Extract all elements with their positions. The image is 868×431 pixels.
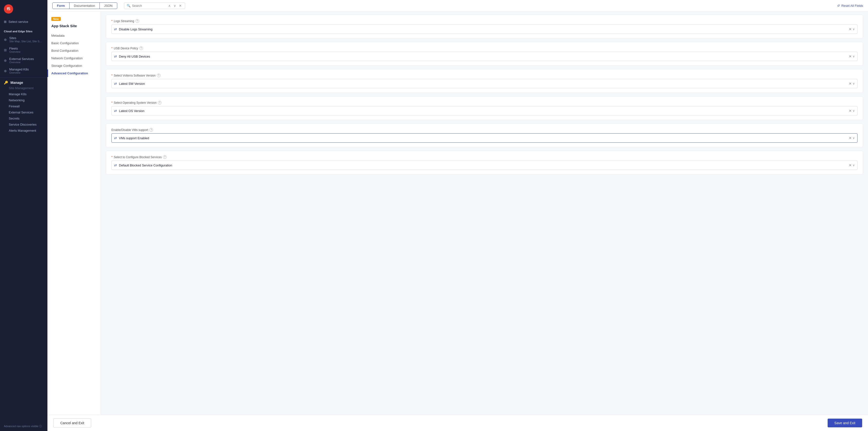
field-select-os-version[interactable]: ⇄ Latest OS Version ✕ ∨ [112, 106, 858, 115]
step-network-config[interactable]: Network Configuration [48, 55, 101, 62]
logs-streaming-clear-button[interactable]: ✕ [849, 27, 852, 31]
logs-streaming-value: Disable Logs Streaming [119, 28, 847, 31]
sidebar-section-title: Cloud and Edge Sites [0, 28, 48, 34]
main-area: Form Documentation JSON 🔍 ∧ ∨ ✕ ↺ Reset … [48, 0, 868, 431]
step-bond-config[interactable]: Bond Configuration [48, 47, 101, 55]
blocked-services-clear-button[interactable]: ✕ [849, 163, 852, 167]
os-version-dropdown-button[interactable]: ∨ [853, 109, 855, 112]
content-layout: New App Stack Site Metadata Basic Config… [48, 12, 868, 415]
tab-documentation[interactable]: Documentation [69, 3, 99, 9]
field-select-usb-device-policy[interactable]: ⇄ Deny All USB Devices ✕ ∨ [112, 52, 858, 61]
tab-form[interactable]: Form [53, 3, 69, 9]
help-icon-logs-streaming[interactable]: ? [135, 19, 139, 23]
tab-json[interactable]: JSON [99, 3, 117, 9]
search-up-button[interactable]: ∧ [167, 4, 172, 7]
blocked-services-dropdown-button[interactable]: ∨ [853, 164, 855, 167]
sidebar-submenu-external-services[interactable]: External Services [0, 109, 48, 115]
blocked-services-value: Default Blocked Service Configuration [119, 164, 847, 167]
select-arrows-icon: ⇄ [114, 27, 117, 31]
field-select-blocked-services[interactable]: ⇄ Default Blocked Service Configuration … [112, 161, 858, 170]
help-icon-usb-device-policy[interactable]: ? [140, 46, 143, 50]
field-label-volterra-sw-version: * Select Volterra Software Version ? [112, 74, 858, 77]
sidebar-item-fleets[interactable]: ⊞ Fleets Overview [0, 45, 48, 55]
select-service-item[interactable]: ⊞ Select service [0, 18, 48, 28]
volterra-sw-value: Latest SW Version [119, 82, 847, 86]
external-services-label: External Services [9, 57, 34, 61]
managed-k8s-sublabel: Overview [9, 71, 29, 74]
fleets-sublabel: Overview [9, 50, 21, 53]
bottom-bar: Cancel and Exit Save and Exit [48, 415, 868, 431]
search-close-button[interactable]: ✕ [178, 4, 182, 7]
manage-section-title: 🔑 Manage [0, 79, 48, 85]
select-service-label: Select service [8, 20, 28, 24]
sidebar-submenu-alerts-management[interactable]: Alerts Management [0, 128, 48, 134]
select-arrows-icon-vms: ⇄ [114, 136, 117, 140]
sidebar-item-sites[interactable]: ⊕ Sites Site Map, Site List, Site S... [0, 34, 48, 45]
logs-streaming-dropdown-button[interactable]: ∨ [853, 28, 855, 31]
save-exit-button[interactable]: Save and Exit [828, 419, 862, 427]
vms-support-clear-button[interactable]: ✕ [849, 136, 852, 140]
sidebar-submenu-firewall[interactable]: Firewall [0, 103, 48, 109]
form-section-os-version: * Select Operating System Version ? ⇄ La… [106, 96, 863, 120]
help-icon-os-version[interactable]: ? [158, 101, 161, 104]
reset-icon: ↺ [837, 4, 840, 7]
step-advanced-config[interactable]: Advanced Configuration [48, 69, 101, 77]
volterra-sw-dropdown-button[interactable]: ∨ [853, 82, 855, 85]
usb-policy-dropdown-button[interactable]: ∨ [853, 55, 855, 58]
manage-submenu: Site Management Manage K8s Networking Fi… [0, 85, 48, 134]
sidebar-submenu-manage-k8s[interactable]: Manage K8s [0, 91, 48, 97]
field-label-vms-support: Enable/Disable VMs support ? [112, 128, 858, 132]
reset-fields-button[interactable]: ↺ Reset All Fields [837, 4, 863, 7]
external-services-icon: ⊕ [4, 59, 7, 62]
form-section-volterra-sw-version: * Select Volterra Software Version ? ⇄ L… [106, 69, 863, 93]
sidebar-submenu-site-management: Site Management [0, 85, 48, 91]
help-icon-vms-support[interactable]: ? [149, 128, 153, 132]
sidebar-item-managed-k8s[interactable]: ⊕ Managed K8s Overview [0, 66, 48, 76]
field-label-os-version: * Select Operating System Version ? [112, 101, 858, 104]
field-select-vms-support[interactable]: ⇄ VMs support Enabled ✕ ∨ [112, 133, 858, 143]
select-arrows-icon-blocked: ⇄ [114, 163, 117, 167]
usb-policy-clear-button[interactable]: ✕ [849, 55, 852, 58]
step-basic-config[interactable]: Basic Configuration [48, 39, 101, 47]
topbar: Form Documentation JSON 🔍 ∧ ∨ ✕ ↺ Reset … [48, 0, 868, 12]
field-select-logs-streaming[interactable]: ⇄ Disable Logs Streaming ✕ ∨ [112, 25, 858, 34]
sites-label: Sites [9, 36, 41, 40]
sidebar-item-external-services[interactable]: ⊕ External Services Overview [0, 55, 48, 66]
form-section-vms-support: Enable/Disable VMs support ? ⇄ VMs suppo… [106, 124, 863, 147]
search-down-button[interactable]: ∨ [173, 4, 177, 7]
external-services-sublabel: Overview [9, 61, 34, 64]
field-label-usb-device-policy: * USB Device Policy ? [112, 46, 858, 50]
manage-icon: 🔑 [4, 81, 8, 85]
search-box: 🔍 ∧ ∨ ✕ [124, 2, 185, 9]
managed-k8s-label: Managed K8s [9, 68, 29, 71]
volterra-sw-clear-button[interactable]: ✕ [849, 81, 852, 86]
sites-icon: ⊕ [4, 38, 7, 41]
cancel-exit-button[interactable]: Cancel and Exit [53, 418, 91, 428]
search-icon: 🔍 [127, 4, 131, 7]
field-select-volterra-sw[interactable]: ⇄ Latest SW Version ✕ ∨ [112, 79, 858, 88]
os-version-value: Latest OS Version [119, 109, 847, 113]
step-storage-config[interactable]: Storage Configuration [48, 62, 101, 69]
grid-icon: ⊞ [4, 20, 6, 24]
select-arrows-icon-os: ⇄ [114, 109, 117, 113]
os-version-clear-button[interactable]: ✕ [849, 109, 852, 113]
new-badge: New [51, 17, 61, 21]
sidebar-submenu-service-discoveries[interactable]: Service Discoveries [0, 122, 48, 128]
help-icon-blocked-services[interactable]: ? [163, 155, 166, 159]
form-section-blocked-services: * Select to Configure Blocked Services ?… [106, 151, 863, 174]
help-icon-volterra-sw[interactable]: ? [157, 74, 160, 77]
sidebar-footer: Advanced nav options visible ⓘ [0, 422, 48, 431]
sidebar-submenu-secrets[interactable]: Secrets [0, 115, 48, 122]
usb-device-policy-value: Deny All USB Devices [119, 55, 847, 58]
search-input[interactable] [132, 4, 166, 7]
step-metadata[interactable]: Metadata [48, 32, 101, 39]
sidebar-sites-group: ⊕ Sites Site Map, Site List, Site S... ⊞… [0, 34, 48, 76]
vms-support-dropdown-button[interactable]: ∨ [853, 136, 855, 140]
f5-logo: f5 [4, 4, 13, 13]
fleets-icon: ⊞ [4, 48, 7, 52]
form-panel: * Logs Streaming ? ⇄ Disable Logs Stream… [101, 12, 868, 415]
sites-sublabel: Site Map, Site List, Site S... [9, 40, 41, 43]
sidebar-submenu-networking[interactable]: Networking [0, 97, 48, 103]
sidebar-logo: f5 [0, 0, 48, 18]
steps-title: App Stack Site [48, 23, 101, 32]
